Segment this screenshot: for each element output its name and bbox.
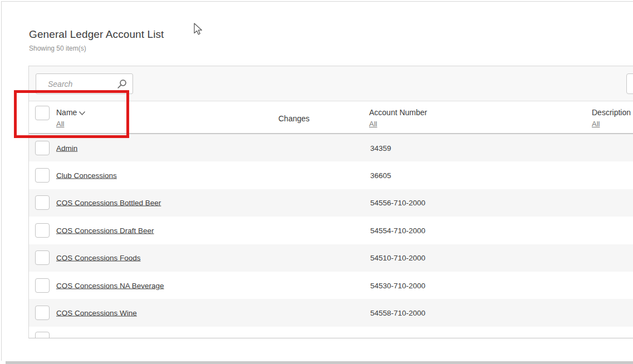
account-name-link[interactable]: COS Concessions Foods [56, 254, 141, 262]
table-header-row: Name All Changes Account Number All Desc… [29, 101, 633, 134]
mouse-cursor [193, 23, 203, 36]
column-label-name[interactable]: Name [56, 108, 77, 117]
table-row-partial [29, 327, 633, 338]
row-account-number: 54510-710-2000 [370, 254, 425, 262]
row-account-number: 34359 [370, 144, 391, 152]
window-left-border [1, 1, 2, 361]
table-row: Admin 34359 [29, 134, 633, 161]
table-row: COS Concessions NA Beverage 54530-710-20… [29, 272, 633, 299]
page-title: General Ledger Account List [29, 28, 164, 41]
item-count-text: Showing 50 item(s) [29, 45, 164, 52]
page-header: General Ledger Account List Showing 50 i… [29, 28, 164, 52]
row-checkbox[interactable] [35, 332, 50, 338]
list-toolbar [29, 66, 633, 101]
row-checkbox[interactable] [35, 278, 50, 293]
account-name-link[interactable]: COS Concessions Draft Beer [56, 226, 154, 234]
account-name-link[interactable]: Admin [56, 144, 77, 152]
search-field[interactable] [36, 73, 133, 94]
column-header-description: Description All [592, 108, 631, 128]
sort-chevron-down-icon[interactable] [78, 111, 86, 116]
account-name-link[interactable]: COS Concessions Bottled Beer [56, 199, 161, 207]
row-checkbox[interactable] [35, 223, 50, 238]
filter-all-link-description[interactable]: All [592, 120, 600, 128]
row-checkbox[interactable] [35, 306, 50, 320]
table-row: COS Concessions Bottled Beer 54556-710-2… [29, 189, 633, 217]
table-row: Club Concessions 36605 [29, 161, 633, 189]
column-header-changes: Changes [278, 114, 310, 123]
table-body: Admin 34359 Club Concessions 36605 COS C… [29, 134, 633, 338]
row-checkbox[interactable] [35, 195, 50, 210]
row-account-number: 54558-710-2000 [370, 309, 425, 317]
account-name-link[interactable]: COS Concessions NA Beverage [56, 281, 164, 289]
column-header-account-number: Account Number All [369, 108, 427, 128]
table-row: COS Concessions Wine 54558-710-2000 [29, 299, 633, 326]
row-account-number: 54530-710-2000 [370, 281, 425, 289]
window-bottom-edge [6, 361, 633, 364]
name-sort-control[interactable]: Name [56, 108, 86, 117]
table-row: COS Concessions Draft Beer 54554-710-200… [29, 217, 633, 244]
account-name-link[interactable]: Club Concessions [56, 171, 117, 180]
row-account-number: 54554-710-2000 [370, 226, 425, 234]
row-checkbox[interactable] [35, 141, 50, 155]
account-name-link[interactable]: COS Concessions Wine [56, 309, 137, 317]
select-all-checkbox[interactable] [35, 106, 50, 120]
row-checkbox[interactable] [35, 168, 50, 183]
column-label-account-number: Account Number [369, 108, 427, 117]
screen: { "page": { "title": "General Ledger Acc… [0, 0, 633, 364]
filter-all-link-name[interactable]: All [56, 120, 64, 128]
search-icon[interactable] [117, 79, 127, 89]
secondary-search-field[interactable] [626, 73, 633, 94]
row-checkbox[interactable] [35, 250, 50, 265]
column-label-description: Description [592, 108, 631, 117]
row-account-number: 36605 [370, 171, 391, 180]
row-account-number: 54556-710-2000 [370, 199, 425, 207]
filter-all-link-account-number[interactable]: All [369, 120, 377, 128]
secondary-search-input[interactable] [627, 74, 633, 94]
column-header-name: Name All [56, 108, 86, 128]
window-top-border [1, 1, 633, 2]
table-row: COS Concessions Foods 54510-710-2000 [29, 244, 633, 272]
account-list-panel: Name All Changes Account Number All Desc… [28, 66, 633, 338]
column-label-changes: Changes [278, 114, 310, 123]
